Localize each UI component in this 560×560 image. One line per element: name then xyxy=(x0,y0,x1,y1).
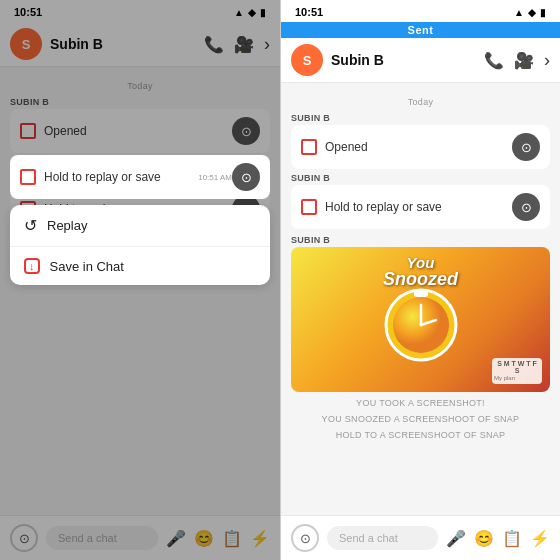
avatar-right: S xyxy=(291,44,323,76)
camera-btn-highlighted[interactable]: ⊙ xyxy=(232,163,260,191)
phone-icon-right[interactable]: 📞 xyxy=(484,51,504,70)
camera-btn-r1[interactable]: ⊙ xyxy=(512,133,540,161)
save-label: Save in Chat xyxy=(50,259,124,274)
right-phone: 10:51 ▲ ◆ ▮ Sent S Subin B 📞 🎥 › Today S… xyxy=(280,0,560,560)
left-phone: 10:51 ▲ ◆ ▮ S Subin B 📞 🎥 › Today SUBIN … xyxy=(0,0,280,560)
highlighted-message: Hold to replay or save 10:51 AM ⊙ xyxy=(10,155,270,199)
message-text-r2: Hold to replay or save xyxy=(325,200,512,214)
status-bar-right: 10:51 ▲ ◆ ▮ xyxy=(281,0,560,22)
wifi-icon-right: ▲ xyxy=(514,7,524,18)
snap-label-1: YOU TOOK A SCREENSHOT! xyxy=(291,398,550,408)
bitmoji-icon-right[interactable]: ⚡ xyxy=(530,529,550,548)
highlighted-message-text: Hold to replay or save xyxy=(44,170,192,184)
status-icons-right: ▲ ◆ ▮ xyxy=(514,7,546,18)
replay-label: Replay xyxy=(47,218,87,233)
header-icons-right: 📞 🎥 › xyxy=(484,50,550,71)
date-divider-right: Today xyxy=(291,97,550,107)
you-snooze-overlay: You Snoozed xyxy=(291,255,550,288)
sender-label-r1: SUBIN B xyxy=(291,113,550,123)
snap-icon-r1 xyxy=(301,139,317,155)
save-icon: ↓ xyxy=(24,258,40,274)
sender-label-r2: SUBIN B xyxy=(291,173,550,183)
message-row-r2: Hold to replay or save ⊙ xyxy=(291,185,550,229)
video-icon-right[interactable]: 🎥 xyxy=(514,51,534,70)
context-menu: ↺ Replay ↓ Save in Chat xyxy=(10,205,270,285)
sticker-icon-right[interactable]: 📋 xyxy=(502,529,522,548)
message-row-r1: Opened ⊙ xyxy=(291,125,550,169)
replay-menu-item[interactable]: ↺ Replay xyxy=(10,205,270,247)
chat-header-right: S Subin B 📞 🎥 › xyxy=(281,38,560,83)
emoji-icon-right[interactable]: 😊 xyxy=(474,529,494,548)
camera-small-right[interactable]: ⊙ xyxy=(291,524,319,552)
contact-name-right: Subin B xyxy=(331,52,476,68)
replay-icon: ↺ xyxy=(24,216,37,235)
snap-icon-highlighted xyxy=(20,169,36,185)
bottom-bar-right: ⊙ Send a chat 🎤 😊 📋 ⚡ xyxy=(281,515,560,560)
time-right: 10:51 xyxy=(295,6,323,18)
signal-icon-right: ◆ xyxy=(528,7,536,18)
battery-icon-right: ▮ xyxy=(540,7,546,18)
sender-label-r3: SUBIN B xyxy=(291,235,550,245)
sent-banner: Sent xyxy=(281,22,560,38)
snoozed-text: Snoozed xyxy=(291,270,550,288)
chat-body-right: Today SUBIN B Opened ⊙ SUBIN B Hold to r… xyxy=(281,83,560,515)
snap-icon-r2 xyxy=(301,199,317,215)
snap-label-2: YOU SNOOZED A SCREENSHOOT OF SNAP xyxy=(291,414,550,424)
context-popup: Hold to replay or save 10:51 AM ⊙ ↺ Repl… xyxy=(10,155,270,289)
message-text-r1: Opened xyxy=(325,140,512,154)
bottom-icons-right: 🎤 😊 📋 ⚡ xyxy=(446,529,550,548)
svg-rect-1 xyxy=(414,289,428,297)
chat-input-right[interactable]: Send a chat xyxy=(327,526,438,550)
save-menu-item[interactable]: ↓ Save in Chat xyxy=(10,247,270,285)
you-text: You xyxy=(291,255,550,270)
mic-icon-right[interactable]: 🎤 xyxy=(446,529,466,548)
message-time: 10:51 AM xyxy=(198,173,232,182)
snap-label-3: HOLD TO A SCREENSHOOT OF SNAP xyxy=(291,430,550,440)
snap-image-card: You Snoozed S M T W T F S My plan xyxy=(291,247,550,392)
snap-image-inner: You Snoozed S M T W T F S My plan xyxy=(291,247,550,392)
camera-btn-r2[interactable]: ⊙ xyxy=(512,193,540,221)
calendar-mini: S M T W T F S My plan xyxy=(492,358,542,384)
chevron-icon-right[interactable]: › xyxy=(544,50,550,71)
